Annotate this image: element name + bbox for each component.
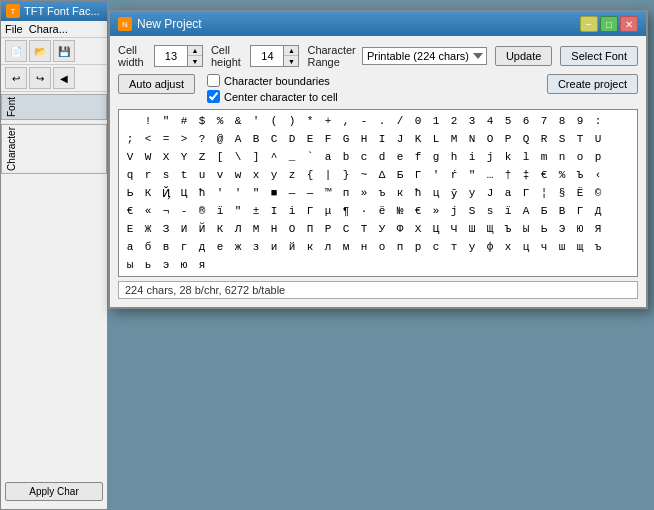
char-cell[interactable]: g [427, 148, 445, 166]
char-cell[interactable]: к [391, 184, 409, 202]
char-cell[interactable]: - [175, 202, 193, 220]
char-cell[interactable]: . [373, 112, 391, 130]
char-cell[interactable]: » [427, 202, 445, 220]
char-cell[interactable]: / [391, 112, 409, 130]
char-cell[interactable]: … [481, 166, 499, 184]
char-cell[interactable]: щ [571, 238, 589, 256]
center-char-checkbox[interactable] [207, 90, 220, 103]
minimize-button[interactable]: − [580, 16, 598, 32]
char-cell[interactable]: У [373, 220, 391, 238]
char-cell[interactable]: ï [211, 202, 229, 220]
char-cell[interactable]: а [121, 238, 139, 256]
char-cell[interactable]: М [247, 220, 265, 238]
char-cell[interactable]: & [229, 112, 247, 130]
char-cell[interactable]: г [175, 238, 193, 256]
char-cell[interactable]: 5 [499, 112, 517, 130]
char-cell[interactable]: e [391, 148, 409, 166]
char-cell[interactable]: | [319, 166, 337, 184]
char-cell[interactable]: а [499, 184, 517, 202]
char-cell[interactable]: » [355, 184, 373, 202]
char-cell[interactable]: O [481, 130, 499, 148]
close-button[interactable]: ✕ [620, 16, 638, 32]
char-cell[interactable]: ŕ [445, 166, 463, 184]
char-cell[interactable]: T [571, 130, 589, 148]
char-cell[interactable]: ч [535, 238, 553, 256]
char-cell[interactable]: з [247, 238, 265, 256]
char-cell[interactable]: k [499, 148, 517, 166]
char-cell[interactable]: " [463, 166, 481, 184]
char-cell[interactable]: к [301, 238, 319, 256]
char-cell[interactable]: Ъ [571, 166, 589, 184]
char-cell[interactable]: я [193, 256, 211, 274]
char-cell[interactable]: ж [229, 238, 247, 256]
char-cell[interactable]: [ [211, 148, 229, 166]
char-cell[interactable]: Д [589, 202, 607, 220]
char-cell[interactable]: Й [193, 220, 211, 238]
char-cell[interactable]: ( [265, 112, 283, 130]
char-cell[interactable]: z [283, 166, 301, 184]
char-cell[interactable]: 1 [427, 112, 445, 130]
char-cell[interactable]: Ю [571, 220, 589, 238]
char-cell[interactable]: ф [481, 238, 499, 256]
char-cell[interactable]: = [157, 130, 175, 148]
char-cell[interactable]: Ъ [499, 220, 517, 238]
char-cell[interactable]: ¶ [337, 202, 355, 220]
char-cell[interactable]: o [571, 148, 589, 166]
char-cell[interactable]: 2 [445, 112, 463, 130]
char-cell[interactable]: } [337, 166, 355, 184]
char-cell[interactable]: ' [427, 166, 445, 184]
char-cell[interactable]: ] [247, 148, 265, 166]
char-cell[interactable]: Л [229, 220, 247, 238]
char-cell[interactable]: б [139, 238, 157, 256]
char-cell[interactable]: V [121, 148, 139, 166]
char-cell[interactable]: C [265, 130, 283, 148]
cell-width-input[interactable] [155, 46, 187, 66]
char-cell[interactable] [121, 112, 139, 130]
char-cell[interactable]: ь [139, 256, 157, 274]
char-cell[interactable]: j [481, 148, 499, 166]
char-cell[interactable]: Э [553, 220, 571, 238]
char-cell[interactable]: Ш [463, 220, 481, 238]
char-cell[interactable]: ħ [193, 184, 211, 202]
char-cell[interactable]: i [463, 148, 481, 166]
char-cell[interactable]: ? [193, 130, 211, 148]
maximize-button[interactable]: □ [600, 16, 618, 32]
char-cell[interactable]: — [301, 184, 319, 202]
char-cell[interactable]: L [427, 130, 445, 148]
char-cell[interactable]: З [157, 220, 175, 238]
char-cell[interactable]: I [373, 130, 391, 148]
char-cell[interactable]: i [283, 202, 301, 220]
char-cell[interactable]: § [553, 184, 571, 202]
char-cell[interactable]: ъ [589, 238, 607, 256]
update-button[interactable]: Update [495, 46, 552, 66]
char-cell[interactable]: ` [301, 148, 319, 166]
char-cell[interactable]: l [517, 148, 535, 166]
char-cell[interactable]: н [355, 238, 373, 256]
char-cell[interactable]: W [139, 148, 157, 166]
char-cell[interactable]: Б [391, 166, 409, 184]
char-cell[interactable]: s [481, 202, 499, 220]
char-cell[interactable]: ' [211, 184, 229, 202]
char-cell[interactable]: K [409, 130, 427, 148]
char-cell[interactable]: + [319, 112, 337, 130]
char-cell[interactable]: с [427, 238, 445, 256]
char-cell[interactable]: h [445, 148, 463, 166]
char-cell[interactable]: о [373, 238, 391, 256]
char-cell[interactable]: Ц [427, 220, 445, 238]
char-cell[interactable]: ц [427, 184, 445, 202]
char-cell[interactable]: " [157, 112, 175, 130]
char-cell[interactable]: : [589, 112, 607, 130]
char-cell[interactable]: † [499, 166, 517, 184]
char-cell[interactable]: Ь [121, 184, 139, 202]
char-cell[interactable]: · [355, 202, 373, 220]
char-cell[interactable]: D [283, 130, 301, 148]
char-cell[interactable]: © [589, 184, 607, 202]
char-cell[interactable]: Ф [391, 220, 409, 238]
char-cell[interactable]: @ [211, 130, 229, 148]
cell-width-up[interactable]: ▲ [188, 46, 202, 56]
char-cell[interactable]: 8 [553, 112, 571, 130]
char-cell[interactable]: О [283, 220, 301, 238]
char-cell[interactable]: n [553, 148, 571, 166]
char-cell[interactable]: p [589, 148, 607, 166]
char-cell[interactable]: $ [193, 112, 211, 130]
